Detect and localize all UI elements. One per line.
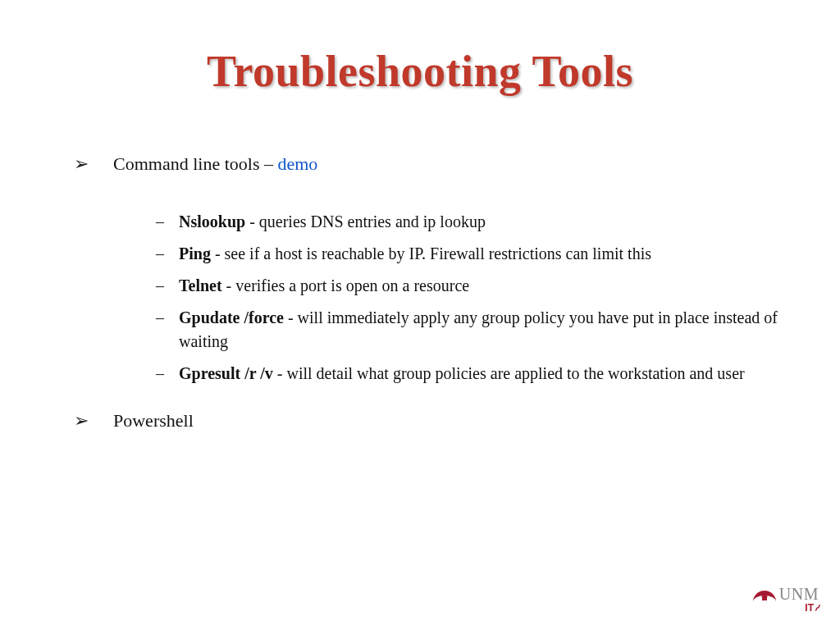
slide-body: Command line tools – demo Nslookup - que… <box>74 152 783 457</box>
bullet-list-level1: Command line tools – demo Nslookup - que… <box>74 152 783 434</box>
sub-bullet-telnet: Telnet - verifies a port is open on a re… <box>156 274 783 298</box>
footer-logo: UNM IT⌇ <box>753 585 819 614</box>
tool-name: Ping <box>179 244 211 262</box>
bullet-list-level2: Nslookup - queries DNS entries and ip lo… <box>156 210 783 386</box>
bullet-text: Powershell <box>113 410 194 431</box>
slide: Troubleshooting Tools Command line tools… <box>0 0 840 630</box>
unm-arc-icon <box>753 587 776 602</box>
sub-bullet-gpresult: Gpresult /r /v - will detail what group … <box>156 362 783 386</box>
tool-name: Telnet <box>179 276 222 294</box>
bullet-powershell: Powershell <box>74 409 783 434</box>
slide-title: Troubleshooting Tools <box>0 46 840 97</box>
tool-name: Gpudate /force <box>179 308 284 326</box>
sub-bullet-ping: Ping - see if a host is reachable by IP.… <box>156 242 783 266</box>
logo-dept: IT⌇ <box>753 602 819 614</box>
bullet-command-line-tools: Command line tools – demo Nslookup - que… <box>74 152 783 386</box>
logo-dept-text: IT <box>805 602 814 614</box>
tool-desc: - see if a host is reachable by IP. Fire… <box>211 244 651 262</box>
tool-desc: - queries DNS entries and ip lookup <box>245 212 486 231</box>
logo-org-text: UNM <box>779 585 819 604</box>
tool-name: Gpresult /r /v <box>179 364 273 382</box>
sub-bullet-nslookup: Nslookup - queries DNS entries and ip lo… <box>156 210 783 234</box>
tool-name: Nslookup <box>179 212 245 231</box>
logo-row: UNM <box>753 585 819 604</box>
sub-bullet-gpupdate: Gpudate /force - will immediately apply … <box>156 306 783 354</box>
bullet-text: Command line tools – <box>113 153 277 174</box>
tool-desc: - will detail what group policies are ap… <box>273 364 745 382</box>
demo-link[interactable]: demo <box>277 153 317 174</box>
tool-desc: - verifies a port is open on a resource <box>222 276 470 294</box>
